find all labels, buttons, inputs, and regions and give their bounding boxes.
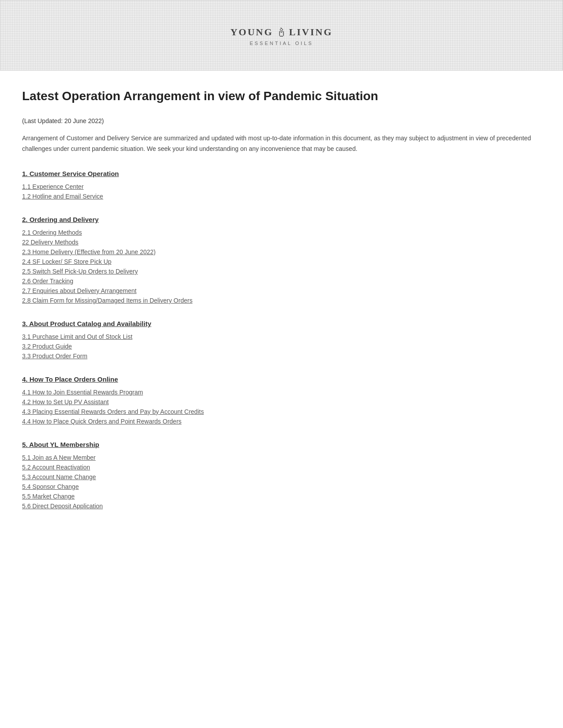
link-3-1-link[interactable]: 3.1 Purchase Limit and Out of Stock List <box>22 333 132 340</box>
section-5: 5. About YL Membership5.1 Join as A New … <box>22 441 541 510</box>
section-5-links: 5.1 Join as A New Member5.2 Account Reac… <box>22 454 541 510</box>
list-item: 4.1 How to Join Essential Rewards Progra… <box>22 388 541 396</box>
link-2-1-link[interactable]: 2.1 Ordering Methods <box>22 229 82 236</box>
link-5-1-link[interactable]: 5.1 Join as A New Member <box>22 454 96 461</box>
link-5-5-link[interactable]: 5.5 Market Change <box>22 493 75 500</box>
link-5-3-link[interactable]: 5.3 Account Name Change <box>22 473 96 480</box>
section-2-links: 2.1 Ordering Methods22 Delivery Methods2… <box>22 229 541 304</box>
header-banner: YOUNG 🕯 LIVING ESSENTIAL OILS <box>0 0 563 71</box>
main-content: Latest Operation Arrangement in view of … <box>0 71 563 543</box>
list-item: 3.3 Product Order Form <box>22 352 541 360</box>
link-3-3-link[interactable]: 3.3 Product Order Form <box>22 353 87 360</box>
list-item: 4.2 How to Set Up PV Assistant <box>22 398 541 406</box>
link-2-5-link[interactable]: 2.5 Switch Self Pick-Up Orders to Delive… <box>22 268 138 275</box>
link-3-2-link[interactable]: 3.2 Product Guide <box>22 343 72 350</box>
last-updated: (Last Updated: 20 June 2022) <box>22 117 541 124</box>
section-4-links: 4.1 How to Join Essential Rewards Progra… <box>22 388 541 425</box>
intro-text: Arrangement of Customer and Delivery Ser… <box>22 133 541 154</box>
section-3-title: 3. About Product Catalog and Availabilit… <box>22 320 541 327</box>
link-2-2-link[interactable]: 22 Delivery Methods <box>22 239 79 246</box>
link-5-2-link[interactable]: 5.2 Account Reactivation <box>22 464 90 471</box>
logo-living: LIVING <box>289 26 333 38</box>
section-3-links: 3.1 Purchase Limit and Out of Stock List… <box>22 333 541 360</box>
section-2: 2. Ordering and Delivery2.1 Ordering Met… <box>22 216 541 304</box>
section-1: 1. Customer Service Operation1.1 Experie… <box>22 170 541 200</box>
section-5-title: 5. About YL Membership <box>22 441 541 448</box>
link-4-3-link[interactable]: 4.3 Placing Essential Rewards Orders and… <box>22 408 204 415</box>
section-4-title: 4. How To Place Orders Online <box>22 375 541 383</box>
list-item: 1.2 Hotline and Email Service <box>22 192 541 200</box>
logo: YOUNG 🕯 LIVING <box>230 25 333 40</box>
list-item: 2.4 SF Locker/ SF Store Pick Up <box>22 258 541 266</box>
sections-container: 1. Customer Service Operation1.1 Experie… <box>22 170 541 510</box>
list-item: 2.8 Claim Form for Missing/Damaged Items… <box>22 296 541 304</box>
link-2-7-link[interactable]: 2.7 Enquiries about Delivery Arrangement <box>22 287 136 294</box>
list-item: 2.7 Enquiries about Delivery Arrangement <box>22 287 541 295</box>
logo-subtitle: ESSENTIAL OILS <box>249 41 313 46</box>
link-4-2-link[interactable]: 4.2 How to Set Up PV Assistant <box>22 398 109 405</box>
list-item: 5.3 Account Name Change <box>22 473 541 481</box>
list-item: 4.4 How to Place Quick Orders and Point … <box>22 417 541 425</box>
list-item: 5.6 Direct Deposit Application <box>22 502 541 510</box>
list-item: 2.1 Ordering Methods <box>22 229 541 236</box>
section-4: 4. How To Place Orders Online4.1 How to … <box>22 375 541 425</box>
page-title: Latest Operation Arrangement in view of … <box>22 88 541 104</box>
list-item: 5.1 Join as A New Member <box>22 454 541 462</box>
link-1-1-link[interactable]: 1.1 Experience Center <box>22 183 83 190</box>
list-item: 3.2 Product Guide <box>22 342 541 350</box>
link-2-8-link[interactable]: 2.8 Claim Form for Missing/Damaged Items… <box>22 297 193 304</box>
section-1-title: 1. Customer Service Operation <box>22 170 541 177</box>
link-4-1-link[interactable]: 4.1 How to Join Essential Rewards Progra… <box>22 389 143 396</box>
list-item: 4.3 Placing Essential Rewards Orders and… <box>22 408 541 416</box>
list-item: 2.5 Switch Self Pick-Up Orders to Delive… <box>22 267 541 275</box>
logo-young: YOUNG <box>230 26 273 38</box>
list-item: 1.1 Experience Center <box>22 183 541 191</box>
list-item: 22 Delivery Methods <box>22 238 541 246</box>
section-1-links: 1.1 Experience Center1.2 Hotline and Ema… <box>22 183 541 200</box>
section-2-title: 2. Ordering and Delivery <box>22 216 541 223</box>
link-2-3-link[interactable]: 2.3 Home Delivery (Effective from 20 Jun… <box>22 248 155 255</box>
link-5-6-link[interactable]: 5.6 Direct Deposit Application <box>22 503 103 510</box>
section-3: 3. About Product Catalog and Availabilit… <box>22 320 541 360</box>
link-2-4-link[interactable]: 2.4 SF Locker/ SF Store Pick Up <box>22 258 111 265</box>
link-5-4-link[interactable]: 5.4 Sponsor Change <box>22 483 79 490</box>
list-item: 2.3 Home Delivery (Effective from 20 Jun… <box>22 248 541 256</box>
list-item: 5.5 Market Change <box>22 492 541 500</box>
link-4-4-link[interactable]: 4.4 How to Place Quick Orders and Point … <box>22 418 181 425</box>
list-item: 5.2 Account Reactivation <box>22 463 541 471</box>
list-item: 5.4 Sponsor Change <box>22 483 541 491</box>
list-item: 2.6 Order Tracking <box>22 277 541 285</box>
link-2-6-link[interactable]: 2.6 Order Tracking <box>22 278 73 285</box>
flame-icon: 🕯 <box>275 25 287 40</box>
link-1-2-link[interactable]: 1.2 Hotline and Email Service <box>22 193 103 200</box>
list-item: 3.1 Purchase Limit and Out of Stock List <box>22 333 541 341</box>
